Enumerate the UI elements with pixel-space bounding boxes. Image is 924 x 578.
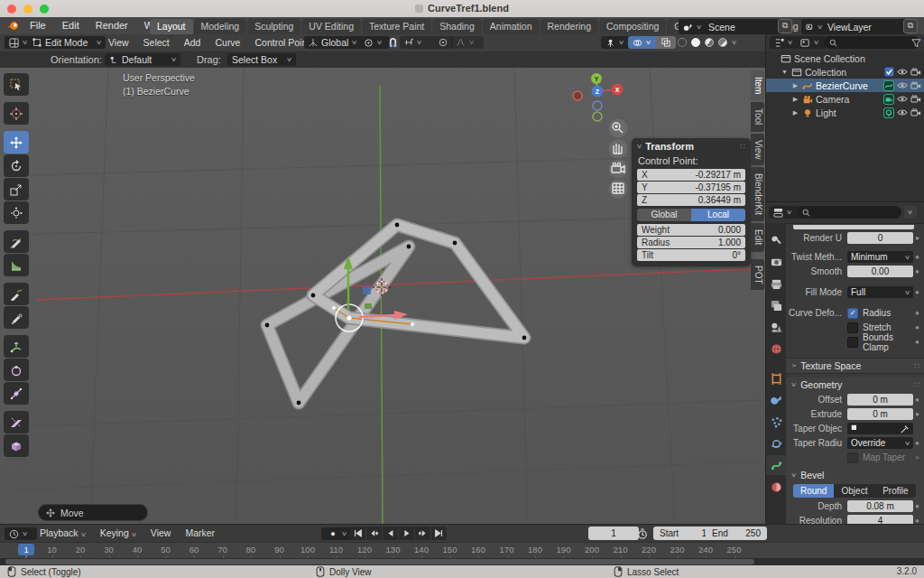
shading-wireframe-button[interactable] <box>678 38 687 47</box>
taper-radius-dropdown[interactable]: Override∨ <box>847 437 913 449</box>
transform-orientation-selector[interactable]: Global∨ <box>304 36 364 49</box>
menu-render[interactable]: Render <box>88 17 136 34</box>
annotate-tool-button[interactable] <box>4 230 29 253</box>
measure-tool-button[interactable] <box>4 254 29 276</box>
sidebar-tab-pot[interactable]: POT <box>751 259 764 291</box>
transform-panel-header[interactable]: ∨Transform∷ <box>632 138 751 154</box>
y-coordinate-field[interactable]: Y-0.37195 m <box>637 182 745 193</box>
outliner-filter-icon[interactable]: ∨ <box>909 36 924 49</box>
cursor-tool-button[interactable] <box>4 102 29 125</box>
shear-tool-button[interactable] <box>4 411 29 434</box>
viewport-menu-view[interactable]: View <box>101 34 136 48</box>
render-u-field[interactable]: 0 <box>847 232 913 244</box>
axis-z-negative[interactable] <box>593 101 602 110</box>
select-box-tool-button[interactable] <box>4 73 29 96</box>
disclosure-closed-icon[interactable]: ▶ <box>791 96 799 103</box>
new-viewlayer-button[interactable]: ⧉ <box>903 19 918 33</box>
sidebar-tab-item[interactable]: Item <box>751 70 764 100</box>
x-coordinate-field[interactable]: X-0.29217 m <box>637 169 745 181</box>
shading-dropdown[interactable]: ∨ <box>731 39 737 46</box>
viewport-menu-select[interactable]: Select <box>136 34 177 48</box>
workspace-tab-texture-paint[interactable]: Texture Paint <box>362 19 431 34</box>
next-key-button[interactable] <box>415 527 430 540</box>
new-scene-button[interactable]: ⧉ <box>778 19 792 33</box>
radius-tool-button[interactable] <box>4 359 29 381</box>
workspace-tab-compositing[interactable]: Compositing <box>599 19 666 34</box>
bevel-profile-button[interactable]: Profile <box>875 484 916 498</box>
outliner-row-light[interactable]: ▶Light <box>766 106 924 119</box>
viewlayer-selector[interactable]: ViewLayer <box>823 19 908 34</box>
scene-browse-icon[interactable]: ∨ <box>679 19 706 34</box>
offset-field[interactable]: 0 m <box>847 394 913 406</box>
current-frame-indicator[interactable]: 1 <box>18 544 34 555</box>
disable-in-renders-toggle[interactable] <box>910 107 921 117</box>
taper-object-field[interactable] <box>847 423 913 434</box>
pan-button[interactable] <box>609 140 628 159</box>
play-button[interactable] <box>399 527 414 540</box>
shading-material-button[interactable] <box>705 38 714 47</box>
workspace-tab-sculpting[interactable]: Sculpting <box>247 19 300 34</box>
snap-target-selector[interactable]: ∨ <box>400 36 436 49</box>
properties-tab-particles[interactable] <box>766 412 786 432</box>
disable-in-renders-toggle[interactable] <box>910 80 921 90</box>
draw-tool-button[interactable] <box>4 283 29 305</box>
properties-tab-scene[interactable] <box>766 317 786 337</box>
use-preview-range-icon[interactable] <box>637 528 648 539</box>
current-frame-field[interactable]: 1 <box>588 527 639 540</box>
hide-in-viewport-toggle[interactable] <box>897 107 908 117</box>
gizmo-plane-handle-blue[interactable] <box>363 286 371 294</box>
outliner-filter-mode[interactable]: ∨ <box>796 36 827 49</box>
collection-checkbox[interactable] <box>884 67 894 77</box>
fill-mode-dropdown[interactable]: Full∨ <box>847 286 913 298</box>
viewport-menu-curve[interactable]: Curve <box>208 34 247 48</box>
shading-rendered-button[interactable] <box>718 38 727 47</box>
drag-dropdown[interactable]: Select Box∨ <box>227 53 296 66</box>
menu-edit[interactable]: Edit <box>54 17 88 34</box>
ortho-toggle-button[interactable] <box>609 180 628 199</box>
tilt-tool-button[interactable] <box>4 382 29 405</box>
workspace-tab-shading[interactable]: Shading <box>432 19 482 34</box>
workspace-tab-layout[interactable]: Layout <box>150 19 193 34</box>
workspace-tab-rendering[interactable]: Rendering <box>541 19 598 34</box>
gizmo-plane-handle-green[interactable] <box>365 303 372 309</box>
hide-in-viewport-toggle[interactable] <box>897 67 908 77</box>
tilt-field[interactable]: Tilt0° <box>637 249 745 261</box>
rotate-tool-button[interactable] <box>4 154 29 177</box>
play-reverse-button[interactable] <box>383 527 398 540</box>
disclosure-open-icon[interactable]: ▼ <box>781 69 789 75</box>
bounds-clamp-checkbox[interactable] <box>847 337 858 348</box>
timeline-scrollbar[interactable] <box>5 559 754 564</box>
outliner-row-beziercurve[interactable]: ▶BezierCurve <box>766 79 924 92</box>
bevel-round-button[interactable]: Round <box>793 484 834 498</box>
outliner-search-input[interactable] <box>824 36 919 49</box>
orientation-dropdown[interactable]: Default∨ <box>105 53 180 66</box>
extrude-field[interactable]: 0 m <box>847 408 913 420</box>
3d-viewport[interactable]: Y Z X <box>0 68 765 524</box>
properties-search-input[interactable] <box>797 206 901 219</box>
viewport-menu-add[interactable]: Add <box>177 34 208 48</box>
sidebar-tab-edit[interactable]: Edit <box>751 223 764 251</box>
frame-end-field[interactable]: End250 <box>706 527 767 540</box>
properties-filter-dropdown[interactable]: ∨ <box>904 206 917 219</box>
z-coordinate-field[interactable]: Z0.36449 m <box>637 194 745 206</box>
weight-field[interactable]: Weight0.000 <box>637 224 745 236</box>
properties-tab-tool[interactable] <box>766 230 786 250</box>
radius-checkbox[interactable]: ✓ <box>847 308 858 319</box>
properties-editor-selector[interactable]: ∨ <box>769 206 799 219</box>
hide-in-viewport-toggle[interactable] <box>897 94 908 104</box>
timeline-menu-marker[interactable]: Marker <box>178 525 222 538</box>
radius-field[interactable]: Radius1.000 <box>637 237 745 248</box>
prev-key-button[interactable] <box>366 527 382 540</box>
eyedropper-icon[interactable] <box>901 424 910 434</box>
scale-tool-button[interactable] <box>4 178 29 200</box>
outliner-row-scene-collection[interactable]: Scene Collection <box>766 51 924 65</box>
sidebar-tab-view[interactable]: View <box>751 134 764 166</box>
local-button[interactable]: Local <box>691 209 745 221</box>
hide-in-viewport-toggle[interactable] <box>897 80 908 90</box>
xray-toggle[interactable] <box>656 36 676 49</box>
proportional-editing-toggle[interactable] <box>433 36 453 49</box>
properties-tab-view-layer[interactable] <box>766 295 786 315</box>
extrude-tool-button[interactable] <box>4 335 29 358</box>
properties-tab-world[interactable] <box>766 339 786 359</box>
disclosure-closed-icon[interactable]: ▶ <box>791 109 799 117</box>
